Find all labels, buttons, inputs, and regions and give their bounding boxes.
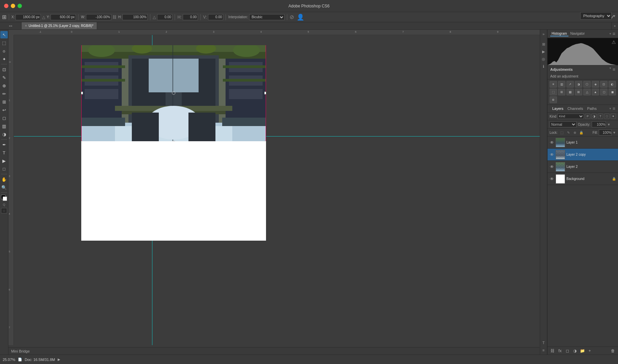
layer-visibility-toggle[interactable]: 👁 [550, 177, 554, 181]
close-button[interactable] [4, 4, 8, 8]
colllookup-btn[interactable]: ▦ [566, 89, 574, 95]
history-brush-tool[interactable]: ↩ [0, 106, 8, 114]
lock-all-btn[interactable]: 🔒 [579, 130, 584, 135]
panel-btn-1[interactable]: ⊞ [540, 41, 547, 47]
filter-smart-btn[interactable]: ✦ [611, 114, 616, 119]
path-select-tool[interactable]: ▶ [0, 157, 8, 164]
filter-adj-btn[interactable]: ◑ [591, 114, 597, 119]
minimize-button[interactable] [11, 4, 15, 8]
huesaturation-btn[interactable]: ◈ [592, 81, 599, 88]
transform-cancel-icon[interactable]: ⊘ [290, 14, 294, 20]
screen-mode-btn[interactable]: □ [1, 208, 7, 213]
lock-image-btn[interactable]: ✎ [566, 130, 571, 135]
opacity-arrow[interactable]: ▼ [607, 123, 611, 126]
opt-h-input[interactable] [122, 14, 148, 20]
adjustments-options-btn[interactable]: ≡ [613, 67, 615, 72]
panel-btn-4[interactable]: ℹ [540, 63, 547, 69]
lasso-tool[interactable]: ⌾ [0, 47, 8, 55]
opt-hskew-input[interactable] [183, 14, 198, 20]
maximize-button[interactable] [18, 4, 22, 8]
posterize-btn[interactable]: △ [583, 89, 591, 95]
new-fill-adj-btn[interactable]: ◑ [572, 348, 578, 354]
interpolation-select[interactable]: Bicubic Bilinear Nearest Neighbor [249, 14, 285, 20]
layer-mask-btn[interactable]: ◻ [564, 348, 570, 354]
colorbalance-btn[interactable]: ⊡ [600, 81, 608, 88]
layer-item-background[interactable]: 👁 Background 🔒 [548, 173, 618, 185]
invert-btn[interactable]: ⊠ [575, 89, 582, 95]
channelmixer-btn[interactable]: ⊞ [558, 89, 565, 95]
paths-tab[interactable]: Paths [585, 106, 599, 111]
histogram-tab[interactable]: Histogram [550, 31, 568, 36]
marquee-tool[interactable]: ⬚ [0, 39, 8, 47]
new-group-btn[interactable]: 📁 [579, 348, 585, 354]
gradient-tool[interactable]: ▥ [0, 122, 8, 130]
layer-item[interactable]: 👁 Layer 1 [548, 136, 618, 149]
histogram-panel-arrow[interactable]: ▼ [609, 32, 612, 35]
opt-w-input[interactable] [86, 14, 111, 20]
document-canvas[interactable] [81, 45, 266, 241]
link-icon[interactable]: ⛓ [113, 15, 117, 20]
delete-layer-btn[interactable]: 🗑 [610, 348, 616, 354]
panel-btn-6[interactable]: ≡ [540, 347, 547, 353]
layers-tab[interactable]: Layers [550, 106, 565, 111]
layer-visibility-toggle[interactable]: 👁 [550, 152, 554, 157]
vibrance-btn[interactable]: ⬡ [583, 81, 591, 88]
kind-filter-select[interactable]: Kind [557, 114, 584, 119]
tab-panel-collapse[interactable]: « [611, 22, 618, 29]
crop-tool[interactable]: ⊡ [0, 66, 8, 73]
layer-visibility-toggle[interactable]: 👁 [550, 140, 554, 145]
document-tab[interactable]: × Untitled-1 @ 25.1% (Layer 2 copy, RGB/… [22, 22, 97, 29]
photofilter-btn[interactable]: ⬚ [550, 89, 557, 95]
opacity-input[interactable] [592, 121, 606, 127]
shape-tool[interactable]: □ [0, 165, 8, 173]
filter-pixel-btn[interactable]: P [585, 114, 590, 119]
panel-expand-btn[interactable]: » [540, 31, 547, 37]
canvas-content[interactable] [14, 35, 540, 345]
heal-tool[interactable]: ⊕ [0, 82, 8, 89]
opt-angle-input[interactable] [157, 14, 172, 20]
link-layers-btn[interactable]: ⛓ [550, 348, 556, 354]
tab-collapse-btn[interactable]: «» [0, 22, 22, 29]
brightness-contrast-btn[interactable]: ☀ [550, 81, 557, 88]
canvas-area[interactable]: -1 0 1 2 3 4 5 6 7 8 9 0 1 2 3 4 5 [8, 30, 540, 355]
channels-tab[interactable]: Channels [565, 106, 585, 111]
dodge-tool[interactable]: ◑ [0, 130, 8, 138]
selective-color-btn[interactable]: ◼ [609, 89, 616, 95]
fill-arrow[interactable]: ▼ [613, 131, 616, 134]
panel-btn-3[interactable]: ◎ [540, 56, 547, 62]
eyedropper-tool[interactable]: ✎ [0, 74, 8, 81]
filter-type-btn[interactable]: T [598, 114, 603, 119]
background-color[interactable] [3, 196, 7, 201]
zoom-tool[interactable]: 🔍 [0, 184, 8, 191]
layer-list[interactable]: 👁 Layer 1 👁 Layer 2 copy 👁 [548, 136, 618, 346]
magic-wand-tool[interactable]: ✦ [0, 55, 8, 63]
layer-style-btn[interactable]: fx [557, 348, 563, 354]
quick-mask-btn[interactable]: Q [1, 202, 7, 207]
layer-item-selected[interactable]: 👁 Layer 2 copy [548, 149, 618, 161]
gradient-map-btn[interactable]: ◻ [600, 89, 608, 95]
pen-tool[interactable]: ✒ [0, 141, 8, 148]
opt-y-input[interactable] [51, 14, 76, 20]
blackwhite-btn[interactable]: ◐ [609, 81, 616, 88]
panel-btn-5[interactable]: T [540, 340, 547, 346]
fill-input[interactable] [599, 129, 612, 135]
doc-info-expand-btn[interactable]: ▶ [58, 358, 60, 361]
tab-close-btn[interactable]: × [25, 24, 27, 28]
navigator-tab[interactable]: Navigator [569, 31, 586, 36]
move-tool[interactable]: ↖ [0, 31, 8, 38]
levels-btn[interactable]: ▥ [558, 81, 565, 88]
clone-tool[interactable]: ⊞ [0, 98, 8, 105]
histogram-options-btn[interactable]: ≡ [613, 31, 615, 36]
hand-tool[interactable]: ✋ [0, 176, 8, 183]
opt-x-input[interactable] [16, 14, 41, 20]
threshold-btn[interactable]: ▲ [592, 89, 599, 95]
workspace-selector[interactable]: Photography Essentials Design [580, 12, 612, 20]
add-mask-btn[interactable]: ⊕ [550, 96, 557, 103]
color-swatch[interactable] [1, 195, 7, 201]
blend-mode-select[interactable]: Normal Multiply Screen Overlay [550, 121, 577, 127]
lock-position-btn[interactable]: ⊕ [572, 130, 578, 135]
mini-bridge-bar[interactable]: Mini Bridge [8, 347, 539, 355]
layer-visibility-toggle[interactable]: 👁 [550, 164, 554, 169]
text-tool[interactable]: T [0, 149, 8, 156]
layer-item[interactable]: 👁 Layer 2 [548, 161, 618, 173]
